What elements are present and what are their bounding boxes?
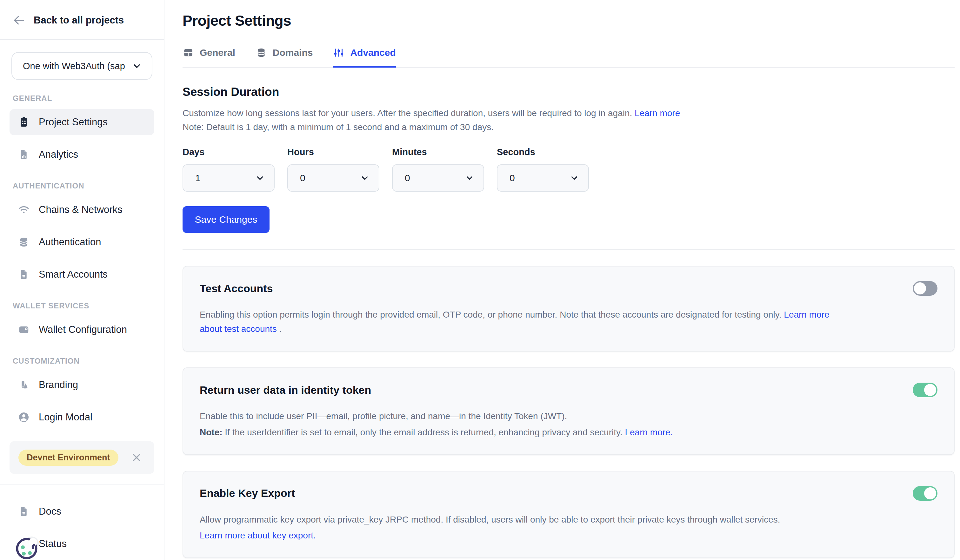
key-export-card: Enable Key Export Allow programmatic key… xyxy=(182,471,955,558)
chevron-down-icon xyxy=(569,173,579,183)
card-text: Enable this to include user PII—email, p… xyxy=(200,411,567,421)
note-label: Note: xyxy=(200,428,222,437)
file-icon xyxy=(18,268,30,281)
project-selector[interactable]: One with Web3Auth (sap xyxy=(11,52,152,80)
sidebar-item-analytics[interactable]: Analytics xyxy=(10,142,154,168)
tab-bar: General Domains Advanced xyxy=(182,47,955,68)
description-text: Customize how long sessions last for you… xyxy=(182,108,632,118)
sidebar: Back to all projects One with Web3Auth (… xyxy=(0,0,165,560)
seconds-value: 0 xyxy=(510,172,515,183)
sidebar-item-status[interactable]: Status xyxy=(10,531,154,557)
toggle-knob xyxy=(924,487,936,499)
sidebar-item-label: Login Modal xyxy=(39,412,92,423)
sidebar-spacer xyxy=(0,474,164,484)
card-text: Allow programmatic key export via privat… xyxy=(200,515,780,525)
hours-select[interactable]: 0 xyxy=(287,164,379,191)
learn-more-link[interactable]: Learn more xyxy=(635,108,680,118)
sidebar-item-label: Analytics xyxy=(39,149,78,160)
days-value: 1 xyxy=(195,172,201,183)
app-root: Back to all projects One with Web3Auth (… xyxy=(0,0,960,560)
page-title: Project Settings xyxy=(182,12,955,29)
minutes-field: Minutes 0 xyxy=(392,147,484,191)
sidebar-item-label: Chains & Networks xyxy=(39,204,123,215)
close-icon[interactable] xyxy=(130,451,143,464)
card-body: Enabling this option permits login throu… xyxy=(200,308,835,336)
test-accounts-card: Test Accounts Enabling this option permi… xyxy=(182,266,955,351)
wifi-icon xyxy=(18,204,30,216)
sidebar-item-project-settings[interactable]: Project Settings xyxy=(10,109,154,135)
test-accounts-toggle[interactable] xyxy=(913,281,938,296)
sidebar-item-wallet-configuration[interactable]: Wallet Configuration xyxy=(10,317,154,343)
clipboard-icon xyxy=(18,116,30,128)
sidebar-item-login-modal[interactable]: Login Modal xyxy=(10,404,154,430)
sidebar-item-smart-accounts[interactable]: Smart Accounts xyxy=(10,262,154,287)
main-content: Project Settings General Domains Advance… xyxy=(165,0,960,560)
database-icon xyxy=(256,47,267,58)
tab-advanced[interactable]: Advanced xyxy=(333,47,395,68)
table-icon xyxy=(182,47,194,58)
save-changes-button[interactable]: Save Changes xyxy=(182,206,270,233)
sidebar-item-authentication[interactable]: Authentication xyxy=(10,229,154,255)
section-label-wallet-services: WALLET SERVICES xyxy=(13,302,154,310)
card-text-suffix: . xyxy=(279,324,282,334)
sidebar-item-chains-networks[interactable]: Chains & Networks xyxy=(10,197,154,223)
tab-domains[interactable]: Domains xyxy=(256,47,313,68)
identity-token-toggle[interactable] xyxy=(913,383,938,397)
tab-label: General xyxy=(200,47,235,58)
note-text: If the userIdentifier is set to email, o… xyxy=(225,428,622,437)
section-title: Session Duration xyxy=(182,85,955,99)
tab-general[interactable]: General xyxy=(182,47,235,68)
minutes-value: 0 xyxy=(405,172,410,183)
toggle-knob xyxy=(914,282,926,294)
sidebar-item-docs[interactable]: Docs xyxy=(10,498,154,525)
seconds-label: Seconds xyxy=(497,147,589,157)
sidebar-nav: GENERAL Project Settings Analytics AUTHE… xyxy=(0,80,164,430)
status-icon-wrap xyxy=(18,538,30,550)
back-arrow-icon xyxy=(13,14,26,27)
user-circle-icon xyxy=(18,411,30,423)
toggle-knob xyxy=(924,384,936,396)
section-label-authentication: AUTHENTICATION xyxy=(13,182,154,190)
card-title: Enable Key Export xyxy=(200,487,295,499)
hours-field: Hours 0 xyxy=(287,147,379,191)
back-to-projects-link[interactable]: Back to all projects xyxy=(0,0,164,27)
project-selector-value: One with Web3Auth (sap xyxy=(23,61,125,72)
minutes-select[interactable]: 0 xyxy=(392,164,484,191)
hours-value: 0 xyxy=(300,172,306,183)
days-field: Days 1 xyxy=(182,147,275,191)
section-description: Customize how long sessions last for you… xyxy=(182,106,881,134)
description-note: Note: Default is 1 day, with a minimum o… xyxy=(182,122,494,132)
days-select[interactable]: 1 xyxy=(182,164,275,191)
section-label-customization: CUSTOMIZATION xyxy=(13,357,154,365)
days-label: Days xyxy=(182,147,275,157)
wallet-icon xyxy=(18,324,30,336)
hours-label: Hours xyxy=(287,147,379,157)
key-export-learn-more-link[interactable]: Learn more about key export. xyxy=(200,530,316,540)
identity-token-learn-more-link[interactable]: Learn more. xyxy=(625,428,673,437)
database-icon xyxy=(18,236,30,248)
chevron-down-icon xyxy=(131,61,142,72)
analytics-file-icon xyxy=(18,148,30,161)
tab-label: Domains xyxy=(273,47,313,58)
back-label: Back to all projects xyxy=(34,14,124,26)
card-body: Allow programmatic key export via privat… xyxy=(200,513,835,543)
chevron-down-icon xyxy=(360,173,370,183)
sidebar-item-label: Wallet Configuration xyxy=(39,324,127,335)
minutes-label: Minutes xyxy=(392,147,484,157)
section-label-general: GENERAL xyxy=(13,94,154,103)
card-text: Enabling this option permits login throu… xyxy=(200,310,782,319)
key-export-toggle[interactable] xyxy=(913,486,938,501)
cookie-icon[interactable] xyxy=(13,533,43,560)
swatch-icon xyxy=(18,379,30,391)
sidebar-item-branding[interactable]: Branding xyxy=(10,372,154,398)
seconds-field: Seconds 0 xyxy=(497,147,589,191)
sidebar-item-label: Branding xyxy=(39,379,78,391)
identity-token-card: Return user data in identity token Enabl… xyxy=(182,367,955,455)
sidebar-item-label: Smart Accounts xyxy=(39,269,107,280)
seconds-select[interactable]: 0 xyxy=(497,164,589,191)
content-divider xyxy=(182,249,955,250)
sidebar-footer: Docs Status xyxy=(0,485,164,560)
tab-label: Advanced xyxy=(350,47,395,58)
environment-panel: Devnet Environment xyxy=(10,441,154,474)
sidebar-item-label: Project Settings xyxy=(39,116,107,128)
